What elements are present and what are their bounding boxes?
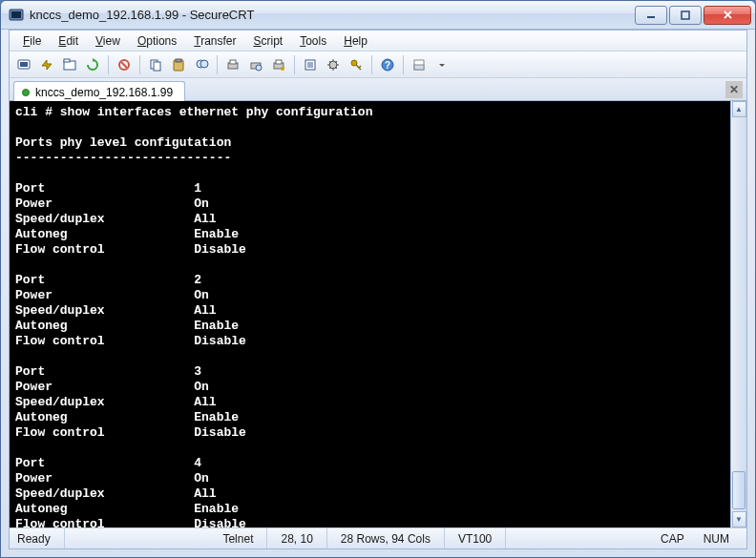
connect-tab-icon: [62, 57, 77, 72]
quick-connect-icon: [39, 57, 54, 72]
copy-icon: [148, 57, 163, 72]
toolbar-options-button[interactable]: [323, 54, 344, 75]
status-ready: Ready: [17, 528, 65, 548]
paste-icon: [171, 57, 186, 72]
toolbar-copy-button[interactable]: [145, 54, 166, 75]
menu-help[interactable]: Help: [336, 32, 375, 50]
toolbar-key-button[interactable]: [346, 54, 367, 75]
toolbar-connect-button[interactable]: [13, 54, 34, 75]
toolbar: ?: [10, 52, 746, 78]
app-window: knccs_demo_192.168.1.99 - SecureCRT File…: [0, 0, 756, 558]
status-cursor: 28, 10: [267, 528, 326, 548]
status-dot-icon: [22, 89, 30, 96]
toolbar-separator: [108, 55, 109, 74]
status-size: 28 Rows, 94 Cols: [327, 528, 445, 548]
toggle-icon: [411, 57, 427, 72]
client-area: FileEditViewOptionsTransferScriptToolsHe…: [9, 30, 747, 549]
toolbar-print-button[interactable]: [222, 54, 243, 75]
menu-edit[interactable]: Edit: [51, 32, 86, 50]
svg-point-21: [281, 67, 284, 71]
svg-rect-16: [230, 60, 236, 64]
toolbar-separator: [371, 55, 372, 74]
vertical-scrollbar[interactable]: ▲ ▼: [730, 101, 746, 527]
status-cap: CAP: [651, 532, 694, 546]
svg-rect-1: [11, 11, 21, 18]
options-icon: [326, 57, 341, 72]
session-tabs: knccs_demo_192.168.1.99 ✕: [10, 78, 746, 101]
toolbar-help-button[interactable]: ?: [377, 54, 398, 75]
scroll-thumb[interactable]: [732, 471, 746, 509]
print-preview-icon: [248, 57, 263, 72]
properties-icon: [303, 57, 318, 72]
toolbar-reconnect-button[interactable]: [82, 54, 103, 75]
svg-rect-2: [647, 16, 655, 18]
toolbar-dropdown-button[interactable]: [431, 54, 452, 75]
menu-view[interactable]: View: [88, 32, 128, 50]
scroll-up-button[interactable]: ▲: [732, 101, 746, 117]
app-icon: [9, 8, 24, 23]
toolbar-print-setup-button[interactable]: [268, 54, 289, 75]
close-button[interactable]: [704, 6, 751, 25]
svg-rect-12: [176, 59, 181, 62]
svg-rect-3: [682, 11, 689, 19]
status-emulation: VT100: [445, 528, 506, 548]
toolbar-separator: [294, 55, 295, 74]
toolbar-quick-connect-button[interactable]: [36, 54, 57, 75]
reconnect-icon: [85, 57, 100, 72]
close-tabs-button[interactable]: ✕: [725, 81, 743, 98]
svg-text:?: ?: [385, 60, 390, 71]
find-icon: [194, 57, 209, 72]
status-protocol: Telnet: [209, 528, 267, 548]
minimize-button[interactable]: [635, 6, 667, 25]
toolbar-connect-tab-button[interactable]: [59, 54, 80, 75]
toolbar-disconnect-button[interactable]: [114, 54, 135, 75]
print-icon: [225, 57, 241, 72]
svg-rect-28: [414, 65, 424, 70]
key-icon: [348, 57, 364, 72]
toolbar-paste-button[interactable]: [168, 54, 189, 75]
terminal[interactable]: cli # show interfaces ethernet phy confi…: [10, 101, 730, 527]
svg-rect-5: [20, 62, 28, 67]
menu-transfer[interactable]: Transfer: [186, 32, 243, 50]
titlebar[interactable]: knccs_demo_192.168.1.99 - SecureCRT: [1, 1, 755, 30]
window-buttons: [633, 6, 751, 25]
scroll-down-button[interactable]: ▼: [732, 511, 746, 527]
print-setup-icon: [271, 57, 286, 72]
toolbar-print-preview-button[interactable]: [245, 54, 266, 75]
svg-point-18: [256, 65, 262, 71]
scroll-track[interactable]: [731, 117, 746, 511]
menu-script[interactable]: Script: [246, 32, 291, 50]
dropdown-icon: [437, 57, 447, 72]
svg-rect-20: [276, 60, 282, 64]
session-tab-label: knccs_demo_192.168.1.99: [35, 86, 173, 99]
toolbar-toggle-button[interactable]: [409, 54, 430, 75]
toolbar-separator: [217, 55, 218, 74]
toolbar-find-button[interactable]: [191, 54, 212, 75]
toolbar-separator: [139, 55, 140, 74]
menubar: FileEditViewOptionsTransferScriptToolsHe…: [10, 31, 746, 52]
menu-file[interactable]: File: [15, 32, 49, 50]
svg-rect-7: [64, 59, 70, 62]
toolbar-separator: [403, 55, 404, 74]
status-bar: Ready Telnet 28, 10 28 Rows, 94 Cols VT1…: [10, 527, 746, 548]
connect-icon: [16, 57, 32, 72]
toolbar-properties-button[interactable]: [300, 54, 321, 75]
svg-rect-10: [154, 62, 160, 71]
status-num: NUM: [694, 532, 739, 546]
close-icon: ✕: [729, 83, 739, 96]
help-icon: ?: [380, 57, 395, 72]
session-tab[interactable]: knccs_demo_192.168.1.99: [13, 81, 185, 101]
svg-point-14: [200, 60, 208, 68]
terminal-area: cli # show interfaces ethernet phy confi…: [10, 101, 746, 527]
menu-options[interactable]: Options: [130, 32, 184, 50]
maximize-button[interactable]: [669, 6, 702, 25]
menu-tools[interactable]: Tools: [292, 32, 334, 50]
disconnect-icon: [116, 57, 132, 72]
window-title: knccs_demo_192.168.1.99 - SecureCRT: [30, 8, 633, 22]
